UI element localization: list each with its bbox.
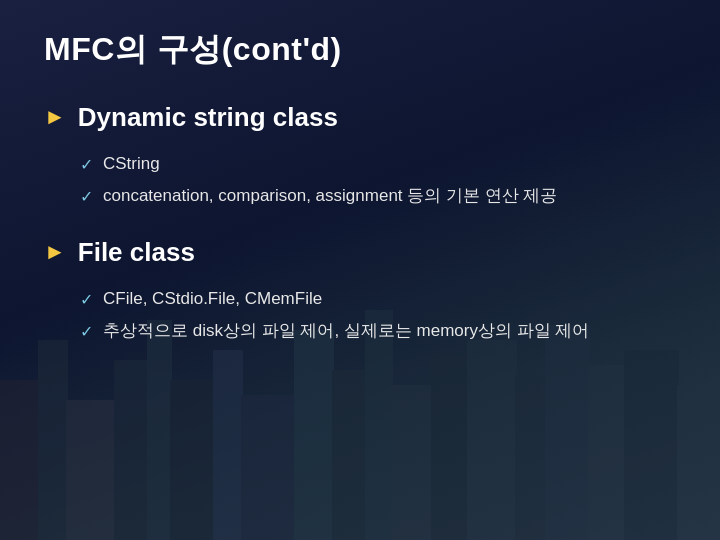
slide-title: MFC의 구성(cont'd) xyxy=(44,28,676,72)
sub-item-operations: ✓ concatenation, comparison, assignment … xyxy=(80,183,676,209)
slide-content: MFC의 구성(cont'd) ► Dynamic string class ✓… xyxy=(0,0,720,540)
cfile-text: CFile, CStdio.File, CMemFile xyxy=(103,286,322,312)
bullet-arrow-icon: ► xyxy=(44,104,66,130)
sub-item-abstract: ✓ 추상적으로 disk상의 파일 제어, 실제로는 memory상의 파일 제… xyxy=(80,318,676,344)
operations-text: concatenation, comparison, assignment 등의… xyxy=(103,183,557,209)
section-heading-row: ► Dynamic string class xyxy=(44,102,676,143)
section-file-class: ► File class ✓ CFile, CStdio.File, CMemF… xyxy=(44,237,676,344)
check-icon-1: ✓ xyxy=(80,153,93,177)
section-dynamic-string: ► Dynamic string class ✓ CString ✓ conca… xyxy=(44,102,676,209)
check-icon-4: ✓ xyxy=(80,320,93,344)
abstract-text: 추상적으로 disk상의 파일 제어, 실제로는 memory상의 파일 제어 xyxy=(103,318,589,344)
file-class-heading-row: ► File class xyxy=(44,237,676,278)
bullet-arrow-icon-2: ► xyxy=(44,239,66,265)
main-list: ► Dynamic string class ✓ CString ✓ conca… xyxy=(44,102,676,344)
check-icon-2: ✓ xyxy=(80,185,93,209)
dynamic-string-title: Dynamic string class xyxy=(78,102,338,133)
sub-item-cfile: ✓ CFile, CStdio.File, CMemFile xyxy=(80,286,676,312)
cstring-text: CString xyxy=(103,151,160,177)
file-class-title: File class xyxy=(78,237,195,268)
file-class-sublist: ✓ CFile, CStdio.File, CMemFile ✓ 추상적으로 d… xyxy=(44,286,676,344)
sub-item-cstring: ✓ CString xyxy=(80,151,676,177)
check-icon-3: ✓ xyxy=(80,288,93,312)
dynamic-string-sublist: ✓ CString ✓ concatenation, comparison, a… xyxy=(44,151,676,209)
